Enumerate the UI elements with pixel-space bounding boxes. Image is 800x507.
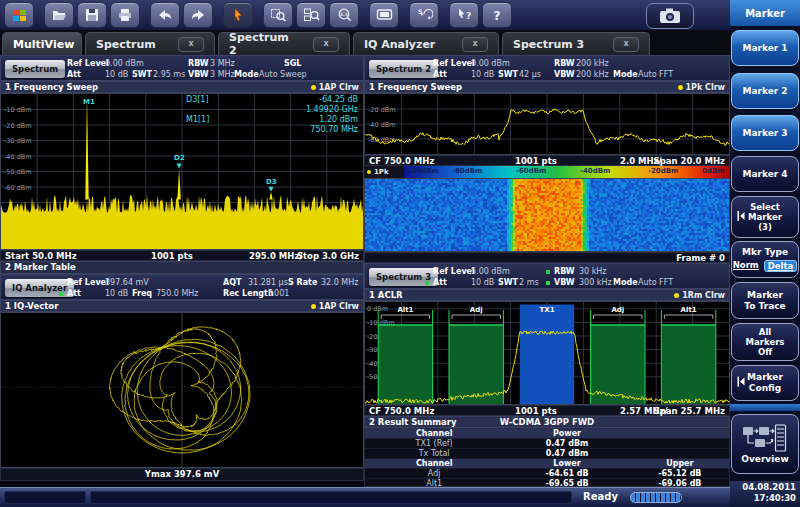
marker1-softkey[interactable]: Marker 1 bbox=[731, 30, 799, 66]
zoom-multi-button[interactable] bbox=[296, 2, 326, 28]
aclr-chart[interactable]: 0 dBm-10 dBm-20 dBm-30 dBm-40 dBm-50 dBm… bbox=[364, 301, 730, 405]
tab-iq-analyzer[interactable]: IQ Analyzerx bbox=[353, 32, 499, 55]
trace-color-dot bbox=[311, 304, 316, 309]
svg-text:-50 dBm: -50 dBm bbox=[4, 168, 32, 176]
spectrum1-window-titlebar[interactable]: 1 Frequency Sweep 1AP Clrw bbox=[0, 81, 364, 93]
aclr-window-titlebar[interactable]: 1 ACLR 1Rm Clrw bbox=[364, 289, 730, 301]
ref-level-label: Ref Level bbox=[67, 278, 109, 287]
tab-label: MultiView bbox=[13, 38, 74, 51]
tab-spectrum2[interactable]: Spectrum 2x bbox=[218, 32, 350, 55]
iq-analyzer-header: IQ Analyzer Ref Level 397.64 mV AQT 31.2… bbox=[0, 274, 364, 300]
marker2-softkey[interactable]: Marker 2 bbox=[731, 73, 799, 109]
redo-button[interactable] bbox=[183, 2, 213, 28]
status-green-dot bbox=[546, 281, 550, 285]
spectrogram-waterfall[interactable] bbox=[364, 178, 730, 252]
svg-text:-20 dBm: -20 dBm bbox=[4, 122, 32, 130]
standard-name: W-CDMA 3GPP FWD bbox=[500, 417, 594, 428]
rbw-label: RBW bbox=[188, 59, 209, 68]
zoom-1to1-button[interactable]: 1:1 bbox=[329, 2, 359, 28]
srate-value: 32.0 MHz bbox=[321, 278, 358, 287]
tab-label: IQ Analyzer bbox=[364, 38, 435, 51]
swt-value: 42 μs bbox=[519, 70, 541, 79]
svg-text:TX1: TX1 bbox=[539, 306, 554, 314]
display-layout-button[interactable] bbox=[369, 2, 399, 28]
help-button[interactable]: ? bbox=[482, 2, 512, 28]
freq-per-div: 295.0 MHz/ bbox=[249, 251, 302, 261]
question-mark-icon: ? bbox=[489, 7, 505, 23]
save-floppy-icon bbox=[84, 7, 100, 23]
scale-tick: -60dBm bbox=[516, 167, 546, 175]
vbw-label: VBW bbox=[188, 70, 209, 79]
svg-text:-40 dBm: -40 dBm bbox=[368, 121, 396, 129]
status-green-dot bbox=[59, 292, 63, 296]
marker-level: 1.20 dBm bbox=[319, 115, 358, 125]
vbw-label: VBW bbox=[554, 278, 575, 287]
status-bar: Ready bbox=[0, 487, 730, 507]
iq-vector-chart[interactable] bbox=[0, 312, 364, 468]
iq-vector-window-titlebar[interactable]: 1 IQ-Vector 1AP Clrw bbox=[0, 300, 364, 312]
channel-tabbar: MultiView Spectrumx Spectrum 2x IQ Analy… bbox=[0, 30, 730, 55]
spectrum3-header: Spectrum 3 Ref Level 5.00 dBm RBW 30 kHz… bbox=[364, 263, 730, 289]
windows-logo-glyph bbox=[12, 8, 27, 23]
marker-to-trace-softkey[interactable]: MarkerTo Trace bbox=[731, 282, 799, 319]
norm-toggle[interactable]: Norm bbox=[733, 260, 759, 272]
trace-color-dot bbox=[367, 170, 371, 174]
aclr-axis-bar: CF 750.0 MHz 1001 pts 2.57 MHz/ Span 25.… bbox=[364, 405, 730, 416]
screenshot-camera-button[interactable] bbox=[646, 3, 694, 29]
tab-multiview[interactable]: MultiView bbox=[2, 32, 82, 55]
date-time-display: 04.08.2011 17:40:30 bbox=[730, 481, 800, 507]
all-markers-off-softkey[interactable]: AllMarkersOff bbox=[731, 323, 799, 361]
marker-table-titlebar[interactable]: 2 Marker Table bbox=[0, 261, 364, 274]
delta-toggle[interactable]: Delta bbox=[764, 260, 798, 272]
iq-channel-chip[interactable]: IQ Analyzer bbox=[5, 279, 74, 297]
table-header-row: ChannelPower bbox=[365, 429, 729, 439]
ref-level-value: 397.64 mV bbox=[105, 278, 149, 287]
overview-softkey[interactable]: Overview bbox=[731, 414, 799, 474]
sweep-points: 1001 pts bbox=[515, 156, 557, 166]
result-summary-titlebar[interactable]: 2 Result Summary W-CDMA 3GPP FWD bbox=[364, 416, 730, 428]
zoom-multi-icon bbox=[303, 7, 320, 23]
tab-close-button[interactable]: x bbox=[613, 37, 639, 52]
zoom-area-icon bbox=[270, 7, 287, 23]
spectrum2-channel-chip[interactable]: Spectrum 2 bbox=[369, 60, 438, 78]
select-marker-softkey[interactable]: SelectMarker(3) bbox=[731, 196, 799, 238]
marker-type-toggle: NormDelta bbox=[733, 260, 798, 272]
marker-name: M1[1] bbox=[186, 115, 209, 125]
tab-close-button[interactable]: x bbox=[313, 37, 339, 52]
print-button[interactable] bbox=[110, 2, 140, 28]
att-label: Att bbox=[67, 70, 81, 79]
spectrum2-header: Spectrum 2 Ref Level 0.00 dBm RBW 200 kH… bbox=[364, 55, 730, 81]
marker4-softkey[interactable]: Marker 4 bbox=[731, 156, 799, 192]
pointer-select-button[interactable] bbox=[223, 2, 253, 28]
swt-value: 2.95 ms bbox=[153, 70, 185, 79]
svg-text:Adj: Adj bbox=[611, 306, 624, 314]
window-title: 2 Result Summary bbox=[369, 417, 457, 427]
spectrum1-channel-chip[interactable]: Spectrum bbox=[5, 60, 65, 78]
sync-refresh-button[interactable]: S bbox=[409, 2, 439, 28]
tab-close-button[interactable]: x bbox=[178, 37, 204, 52]
tab-close-button[interactable]: x bbox=[462, 37, 488, 52]
spectrum2-chart[interactable]: -20 dBm-40 dBm-60 dBm bbox=[364, 93, 730, 155]
save-button[interactable] bbox=[77, 2, 107, 28]
windows-logo-icon[interactable] bbox=[4, 2, 34, 28]
mode-value: Auto FFT bbox=[638, 278, 673, 287]
tab-spectrum3[interactable]: Spectrum 3x bbox=[502, 32, 650, 55]
marker-type-softkey[interactable]: Mkr Type NormDelta bbox=[731, 241, 799, 278]
marker3-softkey[interactable]: Marker 3 bbox=[731, 115, 799, 151]
spectrum2-window-titlebar[interactable]: 1 Frequency Sweep 1Pk Clrw bbox=[364, 81, 730, 93]
spectrogram-color-scale: -100dBm -80dBm -60dBm -40dBm -20dBm 0dBm bbox=[404, 166, 730, 178]
zoom-area-button[interactable] bbox=[263, 2, 293, 28]
marker-config-softkey[interactable]: MarkerConfig bbox=[731, 365, 799, 401]
context-help-button[interactable]: ? bbox=[449, 2, 479, 28]
open-file-button[interactable] bbox=[44, 2, 74, 28]
rbw-value: 200 kHz bbox=[576, 59, 609, 68]
spectrum1-chart[interactable]: -10 dBm-20 dBm-30 dBm-40 dBm-50 dBm-60 d… bbox=[0, 93, 364, 250]
block-diagram-icon bbox=[742, 424, 788, 452]
toolbar: 1:1 S ? ? bbox=[0, 0, 730, 30]
undo-button[interactable] bbox=[150, 2, 180, 28]
ref-level-label: Ref Level bbox=[433, 59, 475, 68]
svg-text:Alt1: Alt1 bbox=[397, 306, 413, 314]
tab-spectrum[interactable]: Spectrumx bbox=[85, 32, 215, 55]
mode-label: Mode bbox=[234, 70, 259, 79]
att-label: Att bbox=[67, 289, 81, 298]
